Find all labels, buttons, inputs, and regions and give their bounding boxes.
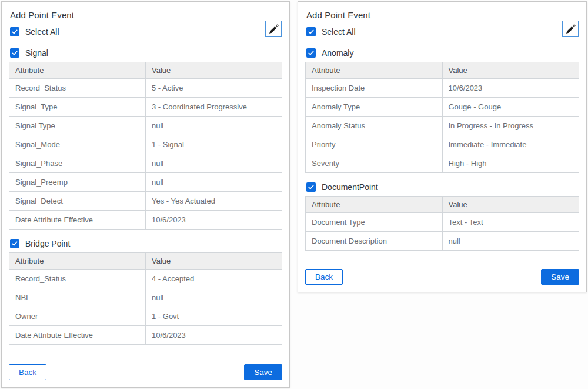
value-cell: 10/6/2023 bbox=[146, 211, 282, 230]
select-all-label: Select All bbox=[322, 27, 356, 36]
check-icon bbox=[11, 240, 18, 247]
panel-title: Add Point Event bbox=[10, 10, 282, 20]
table-row: SeverityHigh - High bbox=[306, 154, 579, 173]
attribute-cell: Signal_Mode bbox=[9, 135, 146, 154]
attribute-cell: Document Type bbox=[306, 213, 443, 232]
attribute-cell: Anomaly Type bbox=[306, 98, 443, 117]
section-checkbox-signal[interactable] bbox=[10, 48, 19, 58]
table-row: Signal_Type3 - Coordinated Progressive bbox=[9, 98, 282, 117]
table-header-row: AttributeValue bbox=[306, 197, 579, 213]
section-label-signal: Signal bbox=[25, 48, 48, 58]
section-checkbox-bridge-point[interactable] bbox=[10, 239, 19, 248]
section-checkbox-documentpoint-row[interactable]: DocumentPoint bbox=[306, 182, 579, 192]
attribute-cell: NBI bbox=[9, 288, 146, 307]
value-cell: Text - Text bbox=[442, 213, 579, 232]
attribute-cell: Owner bbox=[9, 307, 146, 326]
value-cell: null bbox=[146, 173, 282, 192]
eyedropper-icon bbox=[565, 24, 576, 35]
table-row: Document TypeText - Text bbox=[306, 213, 579, 232]
column-header-attribute: Attribute bbox=[306, 197, 443, 213]
attribute-cell: Record_Status bbox=[9, 79, 146, 98]
column-header-attribute: Attribute bbox=[9, 253, 146, 270]
column-header-value: Value bbox=[442, 197, 579, 213]
section-checkbox-anomaly-row[interactable]: Anomaly bbox=[306, 48, 579, 58]
table-row: Owner1 - Govt bbox=[9, 307, 282, 326]
table-body: Inspection Date10/6/2023Anomaly TypeGoug… bbox=[306, 79, 579, 173]
panel-title: Add Point Event bbox=[306, 10, 579, 20]
eyedropper-button[interactable] bbox=[562, 21, 579, 37]
attribute-cell: Date Attribute Effective bbox=[9, 326, 146, 345]
check-icon bbox=[11, 28, 18, 35]
select-all-label: Select All bbox=[25, 27, 59, 36]
value-cell: 1 - Govt bbox=[146, 307, 282, 326]
column-header-value: Value bbox=[146, 62, 282, 79]
table-header: AttributeValue bbox=[306, 197, 579, 213]
section-checkbox-bridge-point-row[interactable]: Bridge Point bbox=[10, 239, 282, 248]
save-button[interactable]: Save bbox=[244, 364, 282, 380]
value-cell: 3 - Coordinated Progressive bbox=[146, 98, 282, 117]
attribute-cell: Signal_Preemp bbox=[9, 173, 146, 192]
table-body: Record_Status4 - AcceptedNBInullOwner1 -… bbox=[9, 270, 282, 345]
table-row: Signal Typenull bbox=[9, 117, 282, 135]
attribute-cell: Priority bbox=[306, 135, 443, 154]
value-cell: Immediate - Immediate bbox=[442, 135, 579, 154]
table-row: Anomaly TypeGouge - Gouge bbox=[306, 98, 579, 117]
eyedropper-icon bbox=[268, 24, 279, 35]
select-all-checkbox[interactable] bbox=[10, 27, 19, 36]
value-cell: 10/6/2023 bbox=[146, 326, 282, 345]
value-cell: 10/6/2023 bbox=[442, 79, 579, 98]
select-all-checkbox-row[interactable]: Select All bbox=[10, 27, 282, 36]
attribute-table-signal: AttributeValueRecord_Status5 - ActiveSig… bbox=[9, 62, 282, 230]
attribute-table-anomaly: AttributeValueInspection Date10/6/2023An… bbox=[305, 62, 579, 173]
value-cell: null bbox=[146, 154, 282, 173]
attribute-cell: Date Attribute Effective bbox=[9, 211, 146, 230]
table-header-row: AttributeValue bbox=[9, 253, 282, 270]
attribute-cell: Document Description bbox=[306, 232, 443, 251]
panel-footer: BackSave bbox=[9, 360, 282, 380]
table-row: Record_Status4 - Accepted bbox=[9, 270, 282, 288]
value-cell: null bbox=[146, 117, 282, 135]
table-row: Anomaly StatusIn Progress - In Progress bbox=[306, 117, 579, 135]
select-all-checkbox[interactable] bbox=[306, 27, 316, 36]
attribute-cell: Signal_Type bbox=[9, 98, 146, 117]
table-header-row: AttributeValue bbox=[9, 62, 282, 79]
table-header: AttributeValue bbox=[9, 253, 282, 270]
table-row: Record_Status5 - Active bbox=[9, 79, 282, 98]
check-icon bbox=[308, 28, 315, 35]
back-button[interactable]: Back bbox=[305, 269, 343, 285]
section-label-anomaly: Anomaly bbox=[322, 48, 353, 58]
add-point-event-panel-right: Add Point EventSelect AllAnomalyAttribut… bbox=[298, 1, 587, 292]
table-header-row: AttributeValue bbox=[306, 62, 579, 79]
select-all-checkbox-row[interactable]: Select All bbox=[306, 27, 579, 36]
save-button[interactable]: Save bbox=[541, 269, 579, 285]
attribute-cell: Severity bbox=[306, 154, 443, 173]
section-checkbox-documentpoint[interactable] bbox=[306, 182, 316, 192]
value-cell: Yes - Yes Actuated bbox=[146, 192, 282, 211]
column-header-attribute: Attribute bbox=[306, 62, 443, 79]
check-icon bbox=[308, 49, 315, 56]
value-cell: High - High bbox=[442, 154, 579, 173]
attribute-cell: Inspection Date bbox=[306, 79, 443, 98]
value-cell: null bbox=[442, 232, 579, 251]
section-checkbox-anomaly[interactable] bbox=[306, 48, 316, 58]
table-row: Signal_DetectYes - Yes Actuated bbox=[9, 192, 282, 211]
table-row: Document Descriptionnull bbox=[306, 232, 579, 251]
column-header-value: Value bbox=[146, 253, 282, 270]
column-header-value: Value bbox=[442, 62, 579, 79]
table-row: Date Attribute Effective10/6/2023 bbox=[9, 211, 282, 230]
panel-footer: BackSave bbox=[305, 264, 579, 285]
value-cell: In Progress - In Progress bbox=[442, 117, 579, 135]
back-button[interactable]: Back bbox=[9, 364, 46, 380]
value-cell: null bbox=[146, 288, 282, 307]
value-cell: Gouge - Gouge bbox=[442, 98, 579, 117]
table-row: PriorityImmediate - Immediate bbox=[306, 135, 579, 154]
section-label-bridge-point: Bridge Point bbox=[25, 239, 70, 248]
attribute-table-documentpoint: AttributeValueDocument TypeText - TextDo… bbox=[305, 196, 579, 251]
table-row: Date Attribute Effective10/6/2023 bbox=[9, 326, 282, 345]
table-header: AttributeValue bbox=[306, 62, 579, 79]
attribute-cell: Signal_Phase bbox=[9, 154, 146, 173]
eyedropper-button[interactable] bbox=[265, 21, 282, 37]
table-header: AttributeValue bbox=[9, 62, 282, 79]
section-checkbox-signal-row[interactable]: Signal bbox=[10, 48, 282, 58]
attribute-cell: Record_Status bbox=[9, 270, 146, 288]
